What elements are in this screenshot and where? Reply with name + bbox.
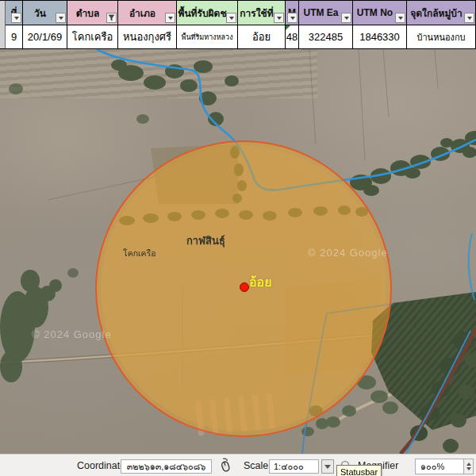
chevron-down-icon xyxy=(324,465,331,469)
mouse-icon xyxy=(217,458,233,474)
spin-down-icon xyxy=(466,467,471,470)
column-header-utm-easting[interactable]: UTM Ea xyxy=(299,1,353,25)
filter-dropdown-button[interactable] xyxy=(274,13,284,23)
chevron-down-icon xyxy=(59,17,63,20)
cell-nearest-village[interactable]: บ้านหนองกบ xyxy=(407,25,476,48)
column-header-utm-zone[interactable]: M xyxy=(286,1,299,25)
chevron-down-icon xyxy=(277,17,282,20)
cell-landuse[interactable]: อ้อย xyxy=(238,25,286,48)
chevron-down-icon xyxy=(467,17,472,20)
column-label: อำเภอ xyxy=(129,6,165,21)
filter-dropdown-button[interactable] xyxy=(395,13,405,23)
attribute-table: ที่ วัน ตำบล อำเภอ พื้นที่รับผิดช การใช้… xyxy=(0,0,476,49)
cell-utm-easting[interactable]: 322485 xyxy=(299,25,353,48)
cell-utm-zone[interactable]: 48 xyxy=(286,25,299,48)
filter-funnel-icon xyxy=(108,14,115,21)
filter-dropdown-button[interactable] xyxy=(464,13,474,23)
stream-right-edge xyxy=(469,233,474,300)
column-label: จุดใกล้หมู่บ้า xyxy=(410,6,471,21)
filter-dropdown-button[interactable] xyxy=(106,13,117,23)
survey-point-marker[interactable] xyxy=(240,282,249,292)
scale-combobox[interactable]: 1:๔๐๐๐ xyxy=(269,459,319,474)
chevron-down-icon xyxy=(168,17,173,20)
column-header-nearest-village[interactable]: จุดใกล้หมู่บ้า xyxy=(407,1,476,25)
filter-dropdown-button[interactable] xyxy=(287,13,298,23)
cell-value: 48 xyxy=(286,31,298,43)
chevron-down-icon xyxy=(344,17,349,20)
column-header-district[interactable]: อำเภอ xyxy=(118,1,177,25)
cell-subdistrict[interactable]: โคกเครือ xyxy=(67,25,118,48)
google-watermark: © 2024 Google xyxy=(32,328,112,340)
excel-error-indicator xyxy=(286,25,290,30)
column-header-no[interactable]: ที่ xyxy=(6,1,23,25)
cell-district[interactable]: หนองกุงศรี xyxy=(118,25,177,48)
province-label: กาฬสินธุ์ xyxy=(186,232,225,249)
google-watermark: © 2024 Google xyxy=(308,247,388,259)
filter-dropdown-button[interactable] xyxy=(56,13,66,23)
coordinate-readout: ๓๒๒๖๑๓,๑๘๔๖๐๘๖ xyxy=(121,459,212,474)
row-header-strip xyxy=(0,1,6,48)
spin-up-icon xyxy=(466,463,471,466)
cell-date[interactable]: 20/1/69 xyxy=(23,25,67,48)
chevron-down-icon xyxy=(290,17,295,20)
status-bar: Coordinate ๓๒๒๖๑๓,๑๘๔๖๐๘๖ Scale 1:๔๐๐๐ M… xyxy=(0,454,476,476)
cell-resp-area[interactable]: พื้นที่ริมทางหลวง xyxy=(177,25,238,48)
column-header-subdistrict[interactable]: ตำบล xyxy=(67,1,118,25)
chevron-down-icon xyxy=(14,17,19,20)
scale-label: Scale xyxy=(244,460,268,471)
tree-band-right xyxy=(350,131,476,196)
column-header-landuse[interactable]: การใช้ที่ xyxy=(238,1,286,25)
cell-utm-northing[interactable]: 1846330 xyxy=(353,25,407,48)
map-viewport[interactable]: © 2024 Google © 2024 Google กาฬสินธุ์ โค… xyxy=(0,49,476,454)
village-label: โคกเครือ xyxy=(123,247,156,260)
app-window: ที่ วัน ตำบล อำเภอ พื้นที่รับผิดช การใช้… xyxy=(0,0,476,476)
filter-dropdown-button[interactable] xyxy=(11,13,21,23)
column-header-resp-area[interactable]: พื้นที่รับผิดช xyxy=(177,1,238,25)
map-vector-layers xyxy=(0,49,476,454)
column-header-date[interactable]: วัน xyxy=(23,1,67,25)
column-header-utm-northing[interactable]: UTM No xyxy=(353,1,407,25)
cell-no[interactable]: 9 xyxy=(6,25,23,48)
filter-dropdown-button[interactable] xyxy=(226,13,236,23)
survey-point-label: อ้อย xyxy=(249,272,272,292)
trees-bottom-left xyxy=(0,268,79,382)
statusbar-tooltip: Statusbar xyxy=(336,465,382,476)
tree-clusters-top xyxy=(9,60,239,126)
column-label: วัน xyxy=(34,6,56,21)
filter-dropdown-button[interactable] xyxy=(341,13,351,23)
coordinate-label: Coordinate xyxy=(77,460,125,471)
chevron-down-icon xyxy=(229,17,234,20)
chevron-down-icon xyxy=(398,17,403,20)
column-label: ตำบล xyxy=(76,6,109,21)
scale-dropdown-button[interactable] xyxy=(321,459,334,474)
filter-dropdown-button[interactable] xyxy=(165,13,175,23)
magnifier-spinner[interactable] xyxy=(463,459,474,474)
